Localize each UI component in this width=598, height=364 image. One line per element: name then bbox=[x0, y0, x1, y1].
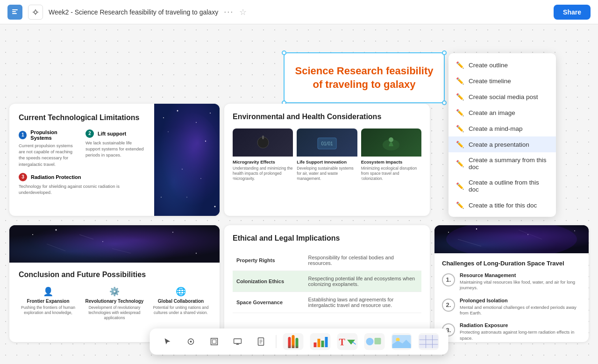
challenge-resource-text: Resource Management Maintaining vital re… bbox=[460, 272, 581, 291]
challenge-radiation-label: Radiation Exposure bbox=[460, 322, 581, 328]
menu-item-create-timeline[interactable]: ✏️ Create timeline bbox=[448, 73, 556, 89]
mini-card-ecosystem: Ecosystem Impacts Minimizing ecological … bbox=[361, 128, 421, 181]
pencil-tools[interactable] bbox=[283, 333, 304, 350]
menu-label-create-image: Create an image bbox=[469, 109, 515, 116]
text-tool[interactable]: T bbox=[337, 333, 358, 350]
card-env-content: Environmental and Health Considerations … bbox=[224, 104, 430, 186]
menu-label-create-title: Create a title for this doc bbox=[469, 202, 537, 209]
menu-label-create-summary: Create a summary from this doc bbox=[469, 157, 548, 171]
svg-rect-53 bbox=[325, 337, 328, 347]
svg-point-6 bbox=[163, 117, 164, 118]
doc-icon[interactable] bbox=[7, 5, 22, 20]
menu-label-create-presentation: Create a presentation bbox=[469, 141, 529, 148]
svg-point-15 bbox=[214, 206, 216, 207]
challenge-radiation-text: Radiation Exposure Protecting astronauts… bbox=[460, 322, 581, 341]
card-ethical: Ethical and Legal Implications Property … bbox=[224, 225, 430, 342]
card-ethical-title: Ethical and Legal Implications bbox=[233, 234, 421, 243]
challenge-radiation: 3. Radiation Exposure Protecting astrona… bbox=[442, 322, 581, 341]
card-tech-limitations: Current Technological Limitations 1 Prop… bbox=[9, 104, 220, 216]
lift-label: Lift support bbox=[98, 131, 126, 136]
revolutionary-icon: ⚙️ bbox=[85, 286, 144, 297]
menu-item-create-mindmap[interactable]: ✏️ Create a mind-map bbox=[448, 121, 556, 136]
menu-item-create-social[interactable]: ✏️ Create social media post bbox=[448, 89, 556, 105]
card-env-title: Environmental and Health Considerations bbox=[233, 112, 421, 122]
svg-point-26 bbox=[56, 229, 57, 231]
svg-rect-23 bbox=[9, 225, 220, 263]
num-2: 2 bbox=[85, 129, 94, 138]
shapes-tool[interactable] bbox=[364, 333, 385, 350]
card-tech-top-sections: 1 Propulsion Systems Current propulsion … bbox=[19, 129, 145, 167]
title-card[interactable]: Science Research feasibility of travelin… bbox=[284, 52, 445, 103]
svg-rect-1 bbox=[12, 11, 16, 12]
table-tool[interactable] bbox=[419, 333, 439, 350]
pen-icon-5: ✏️ bbox=[456, 125, 464, 132]
svg-line-55 bbox=[352, 342, 356, 344]
handle-tr[interactable] bbox=[442, 50, 447, 55]
toolbar: T bbox=[150, 328, 448, 355]
num-3: 3 bbox=[19, 173, 27, 181]
context-menu: ✏️ Create outline ✏️ Create timeline ✏️ … bbox=[448, 53, 556, 217]
num-1: 1 bbox=[19, 131, 27, 139]
mini-ecosystem-body: Minimizing ecological disruption from sp… bbox=[361, 166, 421, 181]
table-row-governance: Space Governance Establishing laws and a… bbox=[233, 292, 421, 313]
pen-icon-8: ✏️ bbox=[456, 182, 464, 190]
td-colonization-value: Respecting potential life and ecosystems… bbox=[305, 271, 421, 292]
pen-icon-9: ✏️ bbox=[456, 201, 464, 209]
card-conclusion-title: Conclusion and Future Possibilities bbox=[19, 270, 210, 280]
chart-tool[interactable] bbox=[310, 333, 331, 350]
table-row-property: Property Rights Responsibility for celes… bbox=[233, 250, 421, 271]
mini-microgravity-label: Microgravity Effects bbox=[233, 159, 293, 164]
menu-label-create-timeline: Create timeline bbox=[469, 78, 511, 85]
handle-br[interactable] bbox=[442, 100, 447, 105]
frontier-label: Frontier Expansion bbox=[19, 299, 78, 304]
revolutionary-body: Development of revolutionary technologie… bbox=[85, 305, 144, 321]
svg-rect-45 bbox=[234, 339, 242, 343]
lift-body: We lack sustainable life support systems… bbox=[85, 140, 145, 158]
frame-tool[interactable] bbox=[206, 333, 223, 350]
svg-point-35 bbox=[448, 232, 449, 233]
favorite-button[interactable]: ☆ bbox=[239, 7, 247, 17]
menu-label-create-mindmap: Create a mind-map bbox=[469, 125, 523, 132]
menu-item-create-title[interactable]: ✏️ Create a title for this doc bbox=[448, 197, 556, 213]
svg-point-34 bbox=[446, 225, 577, 253]
menu-label-create-outline-doc: Create a outline from this doc bbox=[469, 179, 548, 193]
pen-icon-1: ✏️ bbox=[456, 61, 464, 69]
td-property-value: Responsibility for celestial bodies and … bbox=[305, 250, 421, 271]
card-challenges-title: Challenges of Long-Duration Space Travel bbox=[442, 260, 581, 268]
svg-point-38 bbox=[574, 230, 575, 231]
menu-item-create-image[interactable]: ✏️ Create an image bbox=[448, 105, 556, 121]
more-options-button[interactable]: ··· bbox=[224, 7, 234, 17]
conclusion-item-global: 🌐 Global Collaboration Potential for uni… bbox=[151, 286, 210, 321]
menu-item-create-outline-doc[interactable]: ✏️ Create a outline from this doc bbox=[448, 175, 556, 197]
svg-rect-60 bbox=[420, 335, 438, 348]
card-tech-title: Current Technological Limitations bbox=[19, 113, 145, 123]
td-governance-label: Space Governance bbox=[233, 292, 305, 313]
challenge-isolation-body: Mental and emotional challenges of exten… bbox=[460, 305, 581, 316]
share-button[interactable]: Share bbox=[554, 5, 591, 20]
revolutionary-label: Revolutionary Technology bbox=[85, 299, 144, 304]
td-colonization-label: Colonization Ethics bbox=[233, 271, 305, 292]
document-title: Week2 - Science Research feasibility of … bbox=[49, 8, 218, 16]
monitor-tool[interactable] bbox=[229, 333, 246, 350]
menu-item-create-summary[interactable]: ✏️ Create a summary from this doc bbox=[448, 152, 556, 175]
images-tool[interactable] bbox=[392, 333, 412, 350]
svg-rect-51 bbox=[318, 339, 320, 347]
card-conclusion: Conclusion and Future Possibilities 👤 Fr… bbox=[9, 225, 220, 342]
svg-line-31 bbox=[112, 249, 131, 253]
challenge-isolation: 2. Prolonged Isolation Mental and emotio… bbox=[442, 298, 581, 316]
prop-label: Propulsion Systems bbox=[30, 129, 78, 141]
doc-tool[interactable] bbox=[253, 333, 270, 350]
menu-item-create-outline[interactable]: ✏️ Create outline bbox=[448, 57, 556, 73]
challenge-resource-body: Maintaining vital resources like food, w… bbox=[460, 279, 581, 291]
handle-tl[interactable] bbox=[282, 50, 286, 55]
cursor-tool[interactable] bbox=[159, 333, 176, 350]
svg-line-30 bbox=[79, 235, 93, 239]
menu-label-create-social: Create social media post bbox=[469, 93, 538, 100]
pen-tool[interactable] bbox=[183, 333, 199, 350]
menu-item-create-presentation[interactable]: ✏️ Create a presentation bbox=[448, 136, 556, 152]
conclusion-item-frontier: 👤 Frontier Expansion Pushing the frontie… bbox=[19, 286, 78, 321]
svg-point-27 bbox=[102, 241, 103, 242]
svg-rect-2 bbox=[12, 13, 17, 14]
mini-microgravity-body: Understanding and minimizing the health … bbox=[233, 166, 293, 181]
agent-icon[interactable] bbox=[28, 5, 43, 20]
